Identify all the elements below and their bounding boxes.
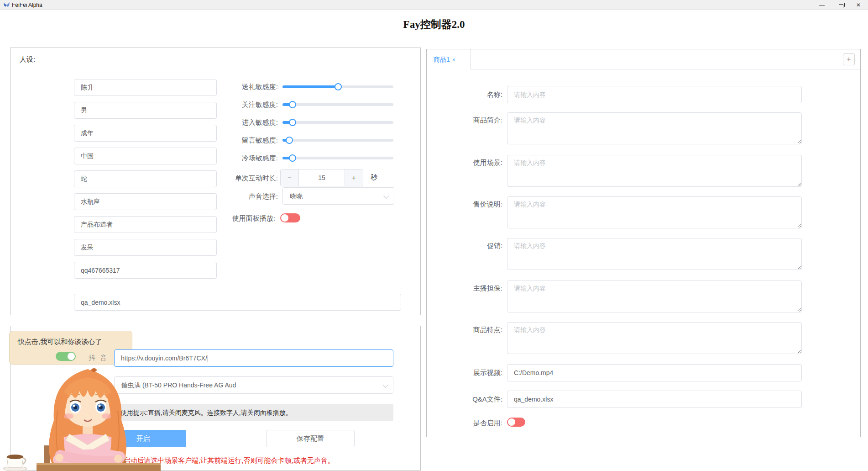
voice-select[interactable]: 晓晓 [282,187,394,205]
product-name-label: 名称: [420,90,502,99]
toggle-knob [508,418,515,426]
save-config-button[interactable]: 保存配置 [266,430,355,447]
host-guarantee-textarea[interactable] [507,280,802,312]
product-features-label: 商品特点: [420,326,502,334]
douyin-toggle[interactable] [56,352,76,361]
enter-sensitivity-label: 进入敏感度: [178,118,278,127]
window-title: FeiFei Alpha [12,2,42,8]
slider-row: 进入敏感度: [10,118,420,127]
gift-sensitivity-slider[interactable] [282,85,393,88]
slider-thumb[interactable] [286,137,293,144]
product-intro-label: 商品简介: [420,116,502,125]
comment-sensitivity-label: 留言敏感度: [178,136,278,145]
speech-bubble-text: 快点击,我可以和你谈谈心了 [18,338,102,346]
product-panel: 商品1× + 名称: 商品简介: 使用场景: 售价说明: 促销: 主播担保: 商… [426,49,861,437]
follow-sensitivity-label: 关注敏感度: [178,101,278,109]
product-tabbar: 商品1× + [427,49,860,69]
product-qa-file-input[interactable] [507,391,802,408]
price-info-label: 售价说明: [420,200,502,209]
toggle-knob [281,214,288,222]
occupation-input[interactable] [74,216,217,233]
close-button[interactable]: ✕ [851,0,866,10]
panel-play-toggle[interactable] [280,213,300,222]
slider-thumb[interactable] [289,119,296,126]
demo-video-label: 展示视频: [420,369,502,377]
slider-row: 送礼敏感度: [10,82,420,91]
silence-sensitivity-label: 冷场敏感度: [178,154,278,163]
warning-note: 注:启动后请选中场景客户端,让其前端运行,否则可能会卡顿,或者无声音。 [115,456,335,465]
gift-sensitivity-label: 送礼敏感度: [178,83,278,91]
product-name-input[interactable] [507,86,802,103]
douyin-label: 抖 音 [89,354,108,362]
tabbar-divider [471,69,860,69]
add-tab-button[interactable]: + [843,53,855,65]
interaction-duration-label: 单次互动时长: [178,174,278,183]
product-intro-textarea[interactable] [507,112,802,144]
enter-sensitivity-slider[interactable] [282,121,393,124]
maximize-icon [839,4,843,8]
voice-select-value: 晓晓 [290,192,303,200]
host-guarantee-label: 主播担保: [420,284,502,293]
product-qa-file-label: Q&A文件: [420,395,502,404]
voice-select-label: 声音选择: [178,192,278,201]
live-panel: 快点击,我可以和你谈谈心了 抖 音 https://v.douyin.com/B… [10,326,421,471]
douyin-url-input[interactable]: https://v.douyin.com/Br6T7CX/ [114,349,393,367]
comment-sensitivity-slider[interactable] [282,139,393,142]
persona-panel: 人设: 姓名: 性别: 年龄: 出生地: 生肖: 星座: 职业: 喜好: 联系方… [10,48,421,315]
enabled-label: 是否启用: [420,419,502,428]
window-titlebar: FeiFei Alpha — ✕ [0,0,868,10]
slider-row: 关注敏感度: [10,100,420,109]
interaction-duration-stepper: − 15 + [280,169,363,186]
contact-input[interactable] [74,262,217,279]
slider-thumb[interactable] [289,101,296,108]
price-info-textarea[interactable] [507,196,802,228]
message-label: 消 息 [77,409,96,418]
usage-scene-textarea[interactable] [507,155,802,187]
chevron-down-icon [383,193,389,199]
douyin-url-value: https://v.douyin.com/Br6T7CX/ [121,355,207,362]
stepper-decrease-button[interactable]: − [281,169,299,186]
seconds-unit-label: 秒 [371,173,377,182]
toggle-knob [68,353,75,360]
qa-file-input[interactable] [74,294,401,311]
slider-row: 留言敏感度: [10,136,420,145]
hobby-input[interactable] [74,239,217,256]
page-title: Fay控制器2.0 [0,17,868,32]
silence-sensitivity-slider[interactable] [282,157,393,159]
promotion-textarea[interactable] [507,238,802,270]
slider-thumb[interactable] [335,83,342,90]
maximize-button[interactable] [833,0,849,10]
slider-row: 冷场敏感度: [10,153,420,163]
usage-scene-label: 使用场景: [420,159,502,167]
panel-play-label: 使用面板播放: [232,214,275,223]
microphone-select[interactable]: 錀虫满 (BT-50 PRO Hands-Free AG Aud [114,376,393,394]
stepper-increase-button[interactable]: + [345,169,363,186]
microphone-label: 麦克风 [77,381,97,390]
text-caret [208,355,208,362]
enabled-toggle[interactable] [507,418,525,427]
tab-product-1[interactable]: 商品1× [427,49,471,69]
app-logo-icon [3,1,10,10]
tab-label: 商品1 [434,56,450,63]
minimize-button[interactable]: — [814,0,830,10]
chevron-down-icon [382,382,388,388]
follow-sensitivity-slider[interactable] [282,103,393,106]
microphone-select-value: 錀虫满 (BT-50 PRO Hands-Free AG Aud [121,381,236,389]
demo-video-input[interactable] [507,364,802,381]
persona-panel-title: 人设: [20,55,35,64]
slider-thumb[interactable] [289,154,296,162]
tab-close-icon[interactable]: × [452,57,455,63]
usage-hint-box: 使用提示:直播,请关闭麦克风。连接数字人,请关闭面板播放。 [114,404,393,421]
stepper-value[interactable]: 15 [299,169,345,186]
product-features-textarea[interactable] [507,322,802,354]
promotion-label: 促销: [420,242,502,250]
start-button[interactable]: 开启 [100,430,186,447]
